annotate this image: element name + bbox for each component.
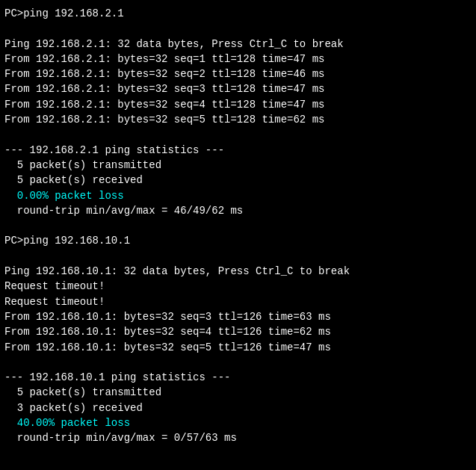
terminal-line: From 192.168.10.1: bytes=32 seq=3 ttl=12… <box>4 309 472 324</box>
terminal-line: From 192.168.10.1: bytes=32 seq=4 ttl=12… <box>4 324 472 339</box>
terminal-line: Request timeout! <box>4 294 472 309</box>
terminal-output: PC>ping 192.168.2.1Ping 192.168.2.1: 32 … <box>4 6 472 446</box>
terminal-line: 5 packet(s) transmitted <box>4 158 472 173</box>
terminal-line: From 192.168.2.1: bytes=32 seq=2 ttl=128… <box>4 67 472 81</box>
terminal-line: Request timeout! <box>4 279 472 294</box>
terminal-blank-line <box>4 218 472 233</box>
terminal-line: From 192.168.2.1: bytes=32 seq=4 ttl=128… <box>4 97 472 112</box>
terminal-blank-line <box>4 355 472 370</box>
terminal-line: PC>ping 192.168.10.1 <box>4 233 472 248</box>
terminal-line: round-trip min/avg/max = 0/57/63 ms <box>4 430 472 445</box>
terminal-line: --- 192.168.10.1 ping statistics --- <box>4 370 472 385</box>
terminal-blank-line <box>4 127 472 142</box>
terminal-line: 5 packet(s) transmitted <box>4 385 472 400</box>
terminal-line: From 192.168.2.1: bytes=32 seq=5 ttl=128… <box>4 112 472 127</box>
terminal-line: PC>ping 192.168.2.1 <box>4 6 472 21</box>
terminal-blank-line <box>4 21 472 36</box>
terminal-blank-line <box>4 249 472 264</box>
terminal-line: From 192.168.2.1: bytes=32 seq=1 ttl=128… <box>4 52 472 67</box>
terminal-line: From 192.168.10.1: bytes=32 seq=5 ttl=12… <box>4 340 472 355</box>
terminal-line: From 192.168.2.1: bytes=32 seq=3 ttl=128… <box>4 81 472 96</box>
terminal-line: 40.00% packet loss <box>4 415 472 430</box>
terminal-line: 0.00% packet loss <box>4 188 472 203</box>
terminal-line: Ping 192.168.10.1: 32 data bytes, Press … <box>4 264 472 279</box>
terminal-line: 5 packet(s) received <box>4 173 472 188</box>
terminal-line: --- 192.168.2.1 ping statistics --- <box>4 143 472 158</box>
terminal-line: Ping 192.168.2.1: 32 data bytes, Press C… <box>4 37 472 52</box>
terminal-line: 3 packet(s) received <box>4 401 472 415</box>
terminal-line: round-trip min/avg/max = 46/49/62 ms <box>4 203 472 218</box>
